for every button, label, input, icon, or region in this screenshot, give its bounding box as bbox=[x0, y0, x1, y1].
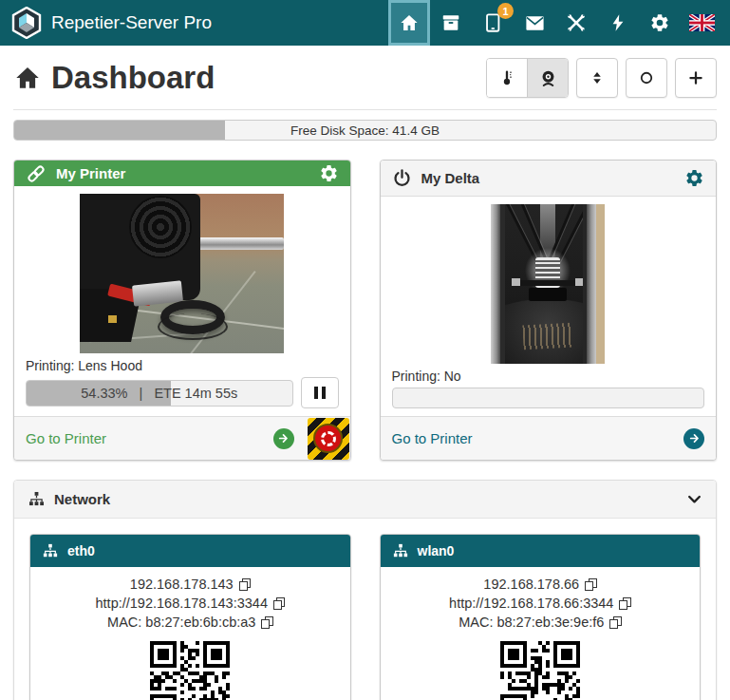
circle-icon bbox=[638, 69, 655, 86]
free-disk-space-bar: Free Disk Space: 41.4 GB bbox=[13, 120, 717, 141]
chevron-down-icon[interactable] bbox=[686, 491, 702, 507]
webcam-art bbox=[186, 237, 284, 250]
webcam-preview-my-printer[interactable] bbox=[80, 194, 284, 353]
server-url: http://192.168.178.66:3344 bbox=[449, 594, 613, 613]
arrow-circle-icon[interactable] bbox=[273, 428, 294, 449]
network-title: Network bbox=[54, 491, 110, 507]
temperature-view-button[interactable] bbox=[487, 59, 527, 97]
gear-icon bbox=[649, 12, 670, 33]
emergency-stop-button[interactable] bbox=[308, 418, 349, 460]
progress-row bbox=[392, 388, 705, 408]
printer-card-my-printer: My Printer Printing: bbox=[13, 160, 351, 461]
link-chain-icon bbox=[26, 163, 47, 184]
crossed-tools-icon bbox=[566, 12, 587, 33]
copy-icon[interactable] bbox=[585, 578, 596, 591]
webcam-art bbox=[587, 204, 596, 364]
qr-code bbox=[390, 641, 691, 700]
print-box-icon bbox=[440, 12, 461, 33]
print-progress-bar: 54.33% | ETE 14m 55s bbox=[26, 380, 293, 407]
nav-settings-button[interactable] bbox=[639, 0, 681, 46]
copy-icon[interactable] bbox=[273, 597, 285, 610]
webcam-art bbox=[596, 204, 605, 364]
top-navbar: Repetier-Server Pro bbox=[0, 0, 730, 46]
circle-button[interactable] bbox=[626, 58, 667, 98]
webcam-art bbox=[515, 280, 580, 286]
arrow-circle-icon[interactable] bbox=[683, 428, 704, 449]
view-toggle-group bbox=[486, 58, 569, 98]
copy-icon[interactable] bbox=[239, 578, 251, 591]
nav-print-queue-button[interactable] bbox=[430, 0, 472, 46]
pause-icon bbox=[314, 387, 318, 399]
ip-line: 192.168.178.66 bbox=[390, 575, 691, 594]
header-divider bbox=[13, 109, 717, 110]
nav-power-button[interactable] bbox=[597, 0, 639, 46]
webcam-view-button[interactable] bbox=[527, 59, 568, 97]
mac-line: MAC: b8:27:eb:6b:cb:a3 bbox=[40, 613, 341, 632]
webcam-art bbox=[512, 278, 520, 286]
uk-flag-icon bbox=[689, 14, 715, 31]
header-buttons bbox=[486, 58, 717, 98]
url-line: http://192.168.178.143:3344 bbox=[40, 594, 341, 613]
brand-title: Repetier-Server Pro bbox=[51, 12, 212, 33]
home-icon-dark bbox=[13, 64, 42, 92]
lightning-bolt-icon bbox=[608, 12, 627, 33]
repetier-logo-icon bbox=[11, 7, 42, 39]
network-card-body: 192.168.178.66 http://192.168.178.66:334… bbox=[381, 567, 701, 700]
webcam-art bbox=[158, 313, 228, 340]
emergency-stop-icon bbox=[313, 424, 343, 453]
ip-line: 192.168.178.143 bbox=[40, 575, 341, 594]
sort-arrows-icon bbox=[589, 69, 606, 86]
printer-name: My Delta bbox=[421, 170, 480, 186]
home-icon bbox=[399, 12, 420, 33]
brand[interactable]: Repetier-Server Pro bbox=[11, 0, 212, 46]
copy-icon[interactable] bbox=[609, 616, 621, 629]
printer-settings-gear-icon[interactable] bbox=[319, 163, 339, 183]
printer-card-footer: Go to Printer bbox=[14, 416, 350, 460]
go-to-printer-link[interactable]: Go to Printer bbox=[26, 430, 106, 446]
printer-settings-gear-icon[interactable] bbox=[684, 168, 704, 188]
rotate-arrows-icon bbox=[321, 431, 336, 446]
webcam-preview-my-delta[interactable] bbox=[491, 204, 605, 364]
printer-cards-row: My Printer Printing: bbox=[13, 160, 717, 461]
webcam-art bbox=[491, 204, 500, 364]
sitemap-icon bbox=[28, 490, 46, 508]
mac-address: MAC: b8:27:eb:6b:cb:a3 bbox=[107, 613, 255, 632]
nav-home-button[interactable] bbox=[388, 0, 430, 46]
add-button[interactable] bbox=[675, 58, 717, 98]
thermometer-icon bbox=[497, 67, 516, 88]
printer-card-header: My Delta bbox=[381, 161, 717, 197]
network-panel-header[interactable]: Network bbox=[14, 481, 716, 518]
printer-name: My Printer bbox=[56, 165, 125, 181]
nav-tools-button[interactable] bbox=[555, 0, 597, 46]
mac-line: MAC: b8:27:eb:3e:9e:f6 bbox=[390, 613, 691, 632]
copy-icon[interactable] bbox=[261, 616, 272, 629]
network-card-eth0: eth0 192.168.178.143 http://192.168.178.… bbox=[29, 534, 351, 700]
printing-status: Printing: Lens Hood bbox=[26, 358, 339, 373]
ip-address: 192.168.178.143 bbox=[130, 575, 234, 594]
nav-devices-button[interactable]: 1 bbox=[472, 0, 514, 46]
qr-code-canvas bbox=[150, 641, 230, 700]
pause-button[interactable] bbox=[301, 377, 339, 408]
nav-messages-button[interactable] bbox=[514, 0, 555, 46]
webcam-art bbox=[523, 323, 573, 350]
sort-button[interactable] bbox=[576, 58, 618, 98]
network-panel-body: eth0 192.168.178.143 http://192.168.178.… bbox=[14, 518, 716, 700]
print-progress-bar bbox=[392, 388, 705, 408]
go-to-printer-link[interactable]: Go to Printer bbox=[392, 430, 473, 446]
sitemap-icon bbox=[42, 542, 59, 559]
notification-badge: 1 bbox=[497, 3, 514, 19]
print-progress-label: 54.33% | ETE 14m 55s bbox=[27, 381, 292, 406]
printer-card-footer: Go to Printer bbox=[381, 416, 717, 460]
ip-address: 192.168.178.66 bbox=[483, 575, 579, 594]
nav-language-button[interactable] bbox=[681, 0, 722, 46]
url-line: http://192.168.178.66:3344 bbox=[390, 594, 691, 613]
copy-icon[interactable] bbox=[619, 597, 630, 610]
envelope-icon bbox=[524, 12, 546, 34]
qr-code-canvas bbox=[500, 641, 580, 700]
webcam-icon bbox=[538, 68, 558, 88]
interface-name: eth0 bbox=[67, 543, 95, 558]
sitemap-icon bbox=[392, 542, 409, 559]
network-panel: Network eth0 bbox=[13, 480, 717, 700]
pause-icon bbox=[322, 387, 326, 399]
webcam-art bbox=[583, 204, 587, 364]
